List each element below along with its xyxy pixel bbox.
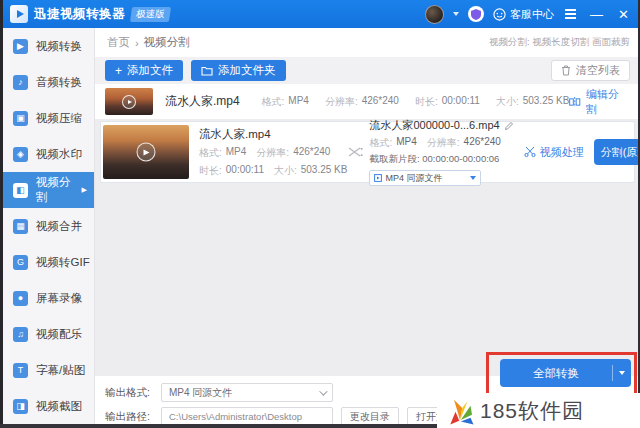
file-meta: 格式:MP4 分辨率:426*240 时长:00:00:11 大小:503.25… bbox=[262, 95, 570, 109]
sidebar-item-label: 视频分割 bbox=[36, 175, 74, 205]
feature-hint-text: 视频分割: 视频长度切割 画面裁剪 bbox=[489, 36, 630, 49]
meta-label: 时长: bbox=[415, 95, 438, 109]
menu-icon[interactable] bbox=[563, 9, 578, 19]
output-info: 流水人家000000-0...6.mp4 格式:MP4 分辨率:426*240 … bbox=[369, 118, 513, 186]
sidebar-item-label: 视频截图 bbox=[36, 399, 82, 414]
meta-value: 00:00:11 bbox=[226, 164, 264, 178]
video-convert-icon: ▶ bbox=[13, 39, 28, 54]
file-name: 流水人家.mp4 bbox=[165, 93, 250, 110]
card-format-value: MP4 同源文件 bbox=[385, 172, 442, 185]
sidebar-item-video-screenshot[interactable]: ◨ 视频截图 bbox=[0, 388, 94, 424]
output-format-value: MP4 同源文件 bbox=[169, 386, 232, 400]
edition-badge: 极速版 bbox=[130, 7, 171, 22]
meta-value: 503.25 KB bbox=[523, 95, 570, 109]
sidebar-item-subtitle-sticker[interactable]: T 字幕/贴图 bbox=[0, 352, 94, 388]
customer-service-button[interactable]: 客服中心 bbox=[493, 7, 554, 22]
add-file-button[interactable]: + 添加文件 bbox=[105, 60, 183, 81]
vip-shield-icon[interactable] bbox=[468, 6, 484, 22]
sidebar-item-audio-convert[interactable]: ♪ 音频转换 bbox=[0, 64, 94, 100]
sidebar-item-video-music[interactable]: ♫ 视频配乐 bbox=[0, 316, 94, 352]
video-music-icon: ♫ bbox=[13, 327, 28, 342]
sidebar-item-label: 屏幕录像 bbox=[36, 291, 82, 306]
sidebar-item-label: 视频压缩 bbox=[36, 111, 82, 126]
sidebar: ▶ 视频转换 ♪ 音频转换 ▣ 视频压缩 ◈ 视频水印 ◧ 视频分割 ▶ ▦ 视… bbox=[0, 28, 95, 428]
site-watermark: 185软件园 bbox=[437, 393, 640, 428]
screen-record-icon: ● bbox=[13, 291, 28, 306]
close-button[interactable]: ✕ bbox=[615, 8, 632, 21]
split-detail-card: 流水人家.mp4 格式:MP4 分辨率:426*240 时长:00:00:11 … bbox=[100, 121, 635, 183]
user-avatar[interactable] bbox=[425, 5, 444, 24]
sidebar-item-label: 视频合并 bbox=[36, 219, 82, 234]
plus-icon: + bbox=[115, 65, 122, 77]
breadcrumb-home[interactable]: 首页 bbox=[107, 35, 130, 50]
meta-label: 格式: bbox=[369, 136, 392, 150]
sidebar-item-screen-record[interactable]: ● 屏幕录像 bbox=[0, 280, 94, 316]
minimize-button[interactable]: — bbox=[587, 8, 606, 21]
video-process-button[interactable]: 视频处理 bbox=[524, 145, 584, 160]
customer-service-label: 客服中心 bbox=[510, 7, 554, 22]
sidebar-item-label: 音频转换 bbox=[36, 75, 82, 90]
sidebar-item-label: 视频水印 bbox=[36, 147, 82, 162]
sidebar-item-video-to-gif[interactable]: G 视频转GIF bbox=[0, 244, 94, 280]
file-row[interactable]: 流水人家.mp4 格式:MP4 分辨率:426*240 时长:00:00:11 … bbox=[95, 84, 640, 119]
add-folder-button[interactable]: 添加文件夹 bbox=[191, 60, 286, 81]
video-thumbnail-large bbox=[103, 125, 189, 179]
play-icon[interactable] bbox=[137, 143, 156, 162]
output-format-select[interactable]: MP4 同源文件 bbox=[161, 383, 333, 402]
watermark-text: 185软件园 bbox=[480, 397, 584, 425]
sidebar-item-label: 视频配乐 bbox=[36, 327, 82, 342]
app-title: 迅捷视频转换器 bbox=[34, 6, 125, 23]
output-format-label: 输出格式: bbox=[105, 386, 153, 400]
meta-value: 00:00:11 bbox=[442, 95, 480, 109]
avatar-dropdown-caret-icon[interactable] bbox=[453, 12, 459, 16]
sidebar-item-label: 字幕/贴图 bbox=[36, 363, 85, 378]
convert-arrows-icon bbox=[347, 146, 365, 158]
video-process-label: 视频处理 bbox=[540, 145, 584, 160]
card-format-select[interactable]: MP4 同源文件 bbox=[369, 170, 481, 186]
meta-label: 时长: bbox=[199, 164, 222, 178]
subtitle-sticker-icon: T bbox=[13, 363, 28, 378]
meta-label: 格式: bbox=[199, 146, 222, 160]
edit-split-button[interactable]: 编辑分割 bbox=[569, 87, 628, 117]
meta-label: 格式: bbox=[262, 95, 285, 109]
meta-label: 大小: bbox=[274, 164, 297, 178]
meta-value: 426*240 bbox=[362, 95, 399, 109]
sidebar-item-video-merge[interactable]: ▦ 视频合并 bbox=[0, 208, 94, 244]
sidebar-item-video-watermark[interactable]: ◈ 视频水印 bbox=[0, 136, 94, 172]
clear-list-button[interactable]: 清空列表 bbox=[551, 60, 630, 81]
meta-value: 426*240 bbox=[293, 146, 330, 160]
watermark-logo-icon bbox=[445, 396, 475, 426]
meta-value: MP4 bbox=[288, 95, 309, 109]
trash-icon bbox=[561, 65, 571, 76]
sidebar-item-video-compress[interactable]: ▣ 视频压缩 bbox=[0, 100, 94, 136]
meta-label: 分辨率: bbox=[427, 136, 460, 150]
meta-label: 分辨率: bbox=[256, 146, 289, 160]
source-info: 流水人家.mp4 格式:MP4 分辨率:426*240 时长:00:00:11 … bbox=[199, 127, 347, 178]
titlebar: 迅捷视频转换器 极速版 客服中心 — ✕ bbox=[0, 0, 640, 28]
app-window: 迅捷视频转换器 极速版 客服中心 — ✕ ▶ 视频转换 ♪ 音频转换 bbox=[0, 0, 640, 428]
window-edge bbox=[0, 0, 3, 428]
file-list-area: 流水人家.mp4 格式:MP4 分辨率:426*240 时长:00:00:11 … bbox=[95, 84, 640, 376]
video-thumbnail-small bbox=[105, 88, 153, 115]
chevron-down-icon bbox=[319, 387, 327, 395]
sidebar-item-video-split[interactable]: ◧ 视频分割 ▶ bbox=[0, 172, 94, 208]
scissors-icon bbox=[524, 146, 536, 158]
sidebar-item-video-convert[interactable]: ▶ 视频转换 bbox=[0, 28, 94, 64]
video-split-icon: ◧ bbox=[13, 183, 28, 198]
add-folder-label: 添加文件夹 bbox=[218, 63, 276, 78]
active-arrow-icon: ▶ bbox=[82, 186, 87, 194]
source-file-name: 流水人家.mp4 bbox=[199, 127, 347, 142]
meta-value: MP4 bbox=[396, 136, 417, 150]
meta-value: MP4 bbox=[226, 146, 247, 160]
meta-value: 503.25 KB bbox=[301, 164, 348, 178]
breadcrumb: 首页 › 视频分割 bbox=[107, 35, 190, 50]
split-speed-label: 分割(原速) bbox=[601, 145, 640, 160]
rename-pencil-icon[interactable] bbox=[504, 121, 514, 131]
split-speed-button[interactable]: 分割(原速) bbox=[594, 139, 640, 165]
chevron-down-icon[interactable] bbox=[619, 371, 625, 375]
convert-all-button[interactable]: 全部转换 bbox=[500, 359, 631, 387]
breadcrumb-bar: 首页 › 视频分割 视频分割: 视频长度切割 画面裁剪 bbox=[95, 28, 640, 57]
edit-split-label: 编辑分割 bbox=[586, 87, 628, 117]
add-file-label: 添加文件 bbox=[127, 63, 173, 78]
segment-value: 00:00:00-00:00:06 bbox=[422, 153, 499, 164]
